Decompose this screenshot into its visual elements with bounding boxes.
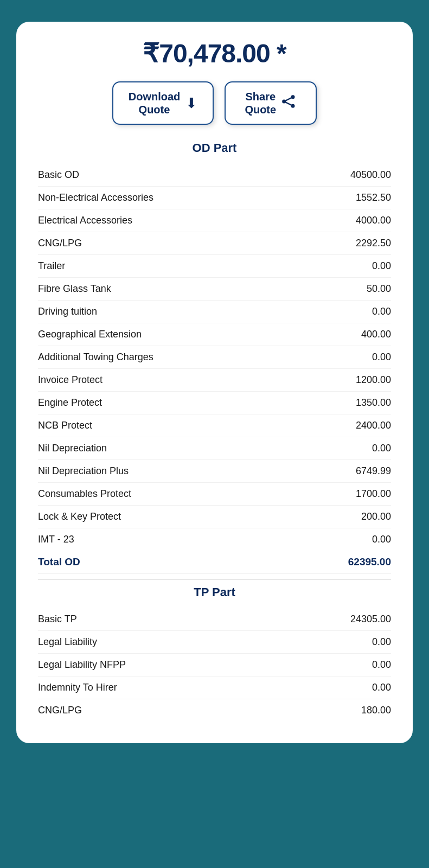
price-amount: ₹70,478.00 * <box>38 38 391 68</box>
od-line-item: Fibre Glass Tank 50.00 <box>38 278 391 301</box>
od-item-label: Electrical Accessories <box>38 215 132 226</box>
share-quote-label: ShareQuote <box>245 90 276 116</box>
od-item-value: 1700.00 <box>337 488 391 500</box>
od-line-item: Nil Depreciation Plus 6749.99 <box>38 460 391 483</box>
od-line-item: NCB Protect 2400.00 <box>38 414 391 437</box>
tp-line-item: CNG/LPG 180.00 <box>38 699 391 722</box>
od-line-item: Trailer 0.00 <box>38 255 391 278</box>
od-item-label: CNG/LPG <box>38 238 82 249</box>
od-item-label: Nil Depreciation <box>38 443 107 454</box>
svg-line-3 <box>284 97 293 101</box>
tp-section-title: TP Part <box>38 585 391 599</box>
od-section-title: OD Part <box>38 141 391 155</box>
tp-item-value: 0.00 <box>337 636 391 648</box>
tp-item-label: Legal Liability NFPP <box>38 659 126 671</box>
tp-item-value: 24305.00 <box>337 614 391 625</box>
od-line-item: CNG/LPG 2292.50 <box>38 232 391 255</box>
total-od-label: Total OD <box>38 556 80 568</box>
od-line-item: Additional Towing Charges 0.00 <box>38 346 391 369</box>
od-item-value: 400.00 <box>337 329 391 340</box>
tp-line-item: Indemnity To Hirer 0.00 <box>38 676 391 699</box>
od-item-label: Trailer <box>38 260 65 272</box>
od-item-value: 50.00 <box>337 283 391 295</box>
quote-card: ₹70,478.00 * DownloadQuote ⬇ ShareQuote … <box>16 22 413 743</box>
od-item-value: 1350.00 <box>337 397 391 409</box>
od-item-label: NCB Protect <box>38 420 92 431</box>
od-item-value: 40500.00 <box>337 169 391 181</box>
tp-item-label: Legal Liability <box>38 636 97 648</box>
tp-item-label: Basic TP <box>38 614 77 625</box>
od-item-label: Consumables Protect <box>38 488 131 500</box>
download-icon: ⬇ <box>185 95 197 112</box>
tp-item-label: Indemnity To Hirer <box>38 682 117 693</box>
od-item-value: 0.00 <box>337 352 391 363</box>
total-od-value: 62395.00 <box>337 556 391 568</box>
action-buttons-row: DownloadQuote ⬇ ShareQuote <box>38 81 391 125</box>
tp-item-value: 0.00 <box>337 682 391 693</box>
total-od-row: Total OD 62395.00 <box>38 551 391 574</box>
tp-item-label: CNG/LPG <box>38 705 82 716</box>
od-item-value: 200.00 <box>337 511 391 522</box>
od-item-value: 1552.50 <box>337 192 391 203</box>
download-quote-label: DownloadQuote <box>129 90 181 116</box>
od-line-item: Driving tuition 0.00 <box>38 301 391 323</box>
tp-item-value: 0.00 <box>337 659 391 671</box>
tp-item-value: 180.00 <box>337 705 391 716</box>
od-item-label: Fibre Glass Tank <box>38 283 111 295</box>
od-item-value: 0.00 <box>337 260 391 272</box>
od-items-list: Basic OD 40500.00 Non-Electrical Accesso… <box>38 164 391 551</box>
od-item-value: 0.00 <box>337 443 391 454</box>
od-item-value: 4000.00 <box>337 215 391 226</box>
od-line-item: IMT - 23 0.00 <box>38 528 391 551</box>
od-item-value: 2292.50 <box>337 238 391 249</box>
price-header: ₹70,478.00 * <box>38 38 391 68</box>
od-item-value: 0.00 <box>337 306 391 317</box>
od-item-label: Lock & Key Protect <box>38 511 121 522</box>
download-quote-button[interactable]: DownloadQuote ⬇ <box>112 81 214 125</box>
od-item-label: Engine Protect <box>38 397 102 409</box>
od-item-value: 6749.99 <box>337 465 391 477</box>
od-line-item: Non-Electrical Accessories 1552.50 <box>38 187 391 209</box>
od-item-value: 0.00 <box>337 534 391 545</box>
tp-line-item: Legal Liability NFPP 0.00 <box>38 654 391 676</box>
od-item-label: Non-Electrical Accessories <box>38 192 153 203</box>
od-line-item: Geographical Extension 400.00 <box>38 323 391 346</box>
tp-line-item: Legal Liability 0.00 <box>38 631 391 654</box>
od-item-label: Invoice Protect <box>38 374 103 386</box>
od-line-item: Lock & Key Protect 200.00 <box>38 506 391 528</box>
od-line-item: Invoice Protect 1200.00 <box>38 369 391 392</box>
od-item-value: 2400.00 <box>337 420 391 431</box>
od-item-label: Geographical Extension <box>38 329 142 340</box>
tp-line-item: Basic TP 24305.00 <box>38 608 391 631</box>
od-line-item: Electrical Accessories 4000.00 <box>38 209 391 232</box>
od-item-label: Driving tuition <box>38 306 97 317</box>
od-line-item: Consumables Protect 1700.00 <box>38 483 391 506</box>
od-line-item: Nil Depreciation 0.00 <box>38 437 391 460</box>
share-quote-button[interactable]: ShareQuote <box>225 81 317 125</box>
od-item-label: Basic OD <box>38 169 79 181</box>
od-item-label: IMT - 23 <box>38 534 74 545</box>
od-item-label: Nil Depreciation Plus <box>38 465 129 477</box>
od-tp-divider <box>38 579 391 580</box>
od-item-label: Additional Towing Charges <box>38 352 153 363</box>
od-item-value: 1200.00 <box>337 374 391 386</box>
od-line-item: Basic OD 40500.00 <box>38 164 391 187</box>
od-line-item: Engine Protect 1350.00 <box>38 392 391 414</box>
share-icon <box>281 95 297 112</box>
svg-line-4 <box>284 101 293 106</box>
tp-items-list: Basic TP 24305.00 Legal Liability 0.00 L… <box>38 608 391 722</box>
